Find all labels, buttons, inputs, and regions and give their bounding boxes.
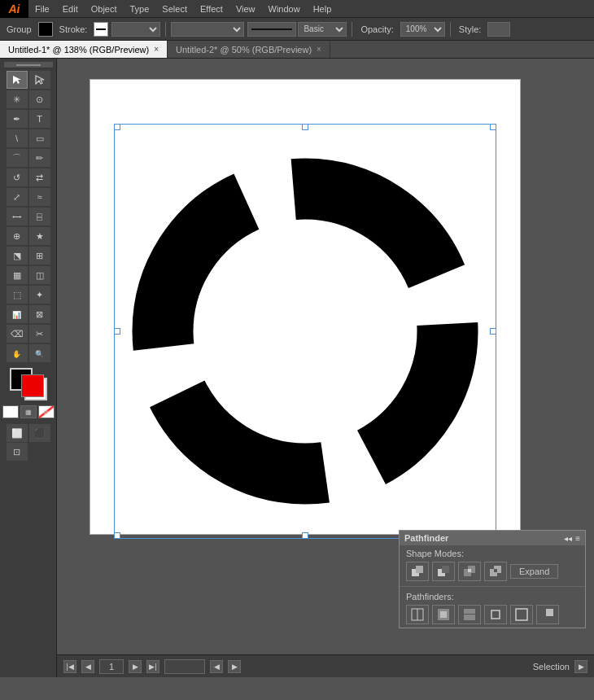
- zoom-input[interactable]: 138%: [164, 659, 205, 674]
- fill-swatch[interactable]: [38, 22, 53, 37]
- stroke-weight-select[interactable]: [171, 22, 244, 37]
- scissors-tool[interactable]: [29, 325, 50, 343]
- ring-container[interactable]: [114, 124, 496, 539]
- width-tool[interactable]: ⟷: [7, 208, 28, 225]
- menu-object[interactable]: Object: [85, 2, 124, 15]
- reflect-tool[interactable]: [29, 168, 50, 186]
- indicator-swatch[interactable]: [21, 374, 44, 397]
- pathfinder-menu[interactable]: ≡: [575, 534, 580, 543]
- zoom-nav-next[interactable]: ▶: [228, 660, 241, 673]
- slice-tool[interactable]: [29, 305, 50, 323]
- tool-row-7: [7, 188, 50, 206]
- style-swatch[interactable]: [487, 22, 510, 37]
- nav-last[interactable]: ▶|: [146, 660, 159, 673]
- menu-edit[interactable]: Edit: [56, 2, 85, 15]
- color-mode-none[interactable]: ⊘: [38, 405, 55, 418]
- column-graph-tool[interactable]: [7, 305, 28, 323]
- menu-help[interactable]: Help: [307, 2, 338, 15]
- menu-select[interactable]: Select: [155, 2, 194, 15]
- style-select[interactable]: Basic: [298, 22, 347, 37]
- toggle-visibility[interactable]: ⊡: [7, 443, 28, 461]
- pathfinder-title: Pathfinder: [404, 533, 448, 543]
- hand-tool[interactable]: [7, 344, 28, 362]
- expand-button[interactable]: Expand: [510, 564, 558, 579]
- minus-front-button[interactable]: [432, 562, 455, 581]
- mesh-tool[interactable]: [29, 247, 50, 265]
- eyedropper-tool[interactable]: [29, 266, 50, 284]
- erase-tool[interactable]: [7, 325, 28, 343]
- pathfinder-shape-modes-section: Shape Modes:: [400, 545, 585, 584]
- page-input[interactable]: 1: [99, 659, 124, 674]
- gradient-tool[interactable]: [7, 266, 28, 284]
- line-tool[interactable]: \: [7, 129, 28, 147]
- group-label: Group: [3, 24, 35, 34]
- canvas-area[interactable]: Pathfinder ◂◂ ≡ Shape Modes:: [57, 59, 594, 677]
- blend-tool[interactable]: [7, 286, 28, 304]
- svg-rect-18: [516, 609, 527, 620]
- opacity-label: Opacity:: [357, 24, 396, 34]
- rotate-tool[interactable]: [7, 168, 28, 186]
- tool-row-9: [7, 227, 50, 245]
- menu-view[interactable]: View: [229, 2, 262, 15]
- zoom-tool[interactable]: [29, 344, 50, 362]
- color-mode-solid[interactable]: [2, 405, 19, 418]
- nav-next[interactable]: ▶: [129, 660, 142, 673]
- tool-row-10: [7, 247, 50, 265]
- merge-button[interactable]: [458, 605, 481, 624]
- menu-bar: Ai File Edit Object Type Select Effect V…: [0, 0, 594, 18]
- status-arrow[interactable]: ▶: [574, 660, 587, 673]
- exclude-button[interactable]: [484, 562, 507, 581]
- symbol-sprayer-tool[interactable]: [29, 286, 50, 304]
- trim-button[interactable]: [432, 605, 455, 624]
- tool-name-label: Selection: [533, 662, 570, 672]
- color-mode-buttons: ▦ ⊘: [2, 405, 55, 418]
- change-screen-mode-2[interactable]: ⬛: [29, 424, 50, 442]
- nav-first[interactable]: |◀: [63, 660, 76, 673]
- tab-2-close[interactable]: ×: [317, 45, 321, 54]
- change-screen-mode[interactable]: ⬜: [7, 424, 28, 442]
- unite-button[interactable]: [406, 562, 429, 581]
- magic-wand-tool[interactable]: [7, 90, 28, 108]
- pen-tool[interactable]: [7, 110, 28, 128]
- color-area: ▦ ⊘: [2, 368, 55, 418]
- scale-tool[interactable]: [7, 188, 28, 206]
- tab-2[interactable]: Untitled-2* @ 50% (RGB/Preview) ×: [168, 41, 330, 58]
- divide-button[interactable]: [406, 605, 429, 624]
- zoom-nav-prev[interactable]: ◀: [210, 660, 223, 673]
- tool-row-bottom-2: ⊡: [7, 443, 50, 461]
- tab-1-close[interactable]: ×: [154, 45, 159, 54]
- menu-window[interactable]: Window: [262, 2, 307, 15]
- nav-prev[interactable]: ◀: [81, 660, 94, 673]
- minus-back-button[interactable]: [536, 605, 559, 624]
- stroke-select[interactable]: [111, 22, 160, 37]
- tool-row-1: [7, 71, 50, 89]
- outline-button[interactable]: [510, 605, 533, 624]
- tab-1[interactable]: Untitled-1* @ 138% (RGB/Preview) ×: [0, 41, 168, 58]
- selection-tool[interactable]: [7, 71, 28, 89]
- menu-file[interactable]: File: [28, 2, 56, 15]
- perspective-tool[interactable]: [7, 247, 28, 265]
- type-tool[interactable]: [29, 110, 50, 128]
- pathfinder-collapse[interactable]: ◂◂: [564, 534, 572, 543]
- menu-effect[interactable]: Effect: [194, 2, 229, 15]
- warp-tool[interactable]: [29, 188, 50, 206]
- color-mode-gradient[interactable]: ▦: [20, 405, 37, 418]
- pathfinder-header-controls: ◂◂ ≡: [564, 534, 580, 543]
- stroke-swatch[interactable]: [94, 22, 108, 37]
- pencil-tool[interactable]: [29, 149, 50, 167]
- rect-tool[interactable]: [29, 129, 50, 147]
- lasso-tool[interactable]: [29, 90, 50, 108]
- stroke-style-box[interactable]: [247, 22, 296, 37]
- intersect-button[interactable]: [458, 562, 481, 581]
- direct-selection-tool[interactable]: [29, 71, 50, 89]
- menu-type[interactable]: Type: [124, 2, 156, 15]
- pathfinder-buttons-row: [406, 605, 579, 624]
- pathfinder-divider: [400, 586, 585, 587]
- shape-builder-tool[interactable]: [7, 227, 28, 245]
- crop-button[interactable]: [484, 605, 507, 624]
- tool-bottom-area: ⬜ ⬛ ⊡: [7, 423, 50, 462]
- free-distort-tool[interactable]: [29, 208, 50, 225]
- live-paint-tool[interactable]: [29, 227, 50, 245]
- paintbrush-tool[interactable]: [7, 149, 28, 167]
- opacity-select[interactable]: 100%: [400, 22, 445, 37]
